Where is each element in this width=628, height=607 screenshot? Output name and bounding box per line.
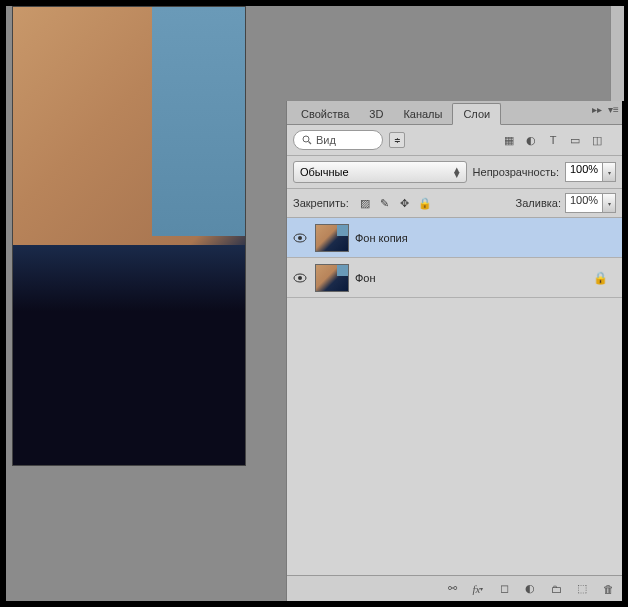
delete-layer-icon[interactable]: 🗑	[600, 581, 616, 597]
layer-thumbnail[interactable]	[315, 264, 349, 292]
collapse-icon[interactable]: ▸▸	[590, 104, 603, 115]
tab-3d[interactable]: 3D	[359, 104, 393, 124]
svg-point-3	[298, 236, 302, 240]
svg-point-0	[303, 136, 309, 142]
fill-slider-icon[interactable]: ▾	[603, 193, 616, 213]
blend-mode-value: Обычные	[300, 166, 349, 178]
canvas-area[interactable]	[6, 6, 258, 601]
filter-pixel-icon[interactable]: ▦	[502, 133, 516, 147]
layer-filter-row: Вид ≑ ▦ ◐ T ▭ ◫	[287, 125, 622, 156]
new-layer-icon[interactable]: ⬚	[574, 581, 590, 597]
panel-menu-icon[interactable]: ▾≡	[607, 104, 620, 115]
layers-list[interactable]: Фон копия Фон 🔒	[287, 218, 622, 575]
tab-properties[interactable]: Свойства	[291, 104, 359, 124]
layer-mask-icon[interactable]: ◻	[496, 581, 512, 597]
document-image[interactable]	[12, 6, 246, 466]
lock-row: Закрепить: ▨ ✎ ✥ 🔒 Заливка: 100% ▾	[287, 189, 622, 218]
svg-point-5	[298, 276, 302, 280]
filter-type-icon[interactable]: T	[546, 133, 560, 147]
opacity-label: Непрозрачность:	[473, 166, 559, 178]
fill-input[interactable]: 100%	[565, 193, 603, 213]
panel-footer: ⚯ fx▾ ◻ ◐ 🗀 ⬚ 🗑	[287, 575, 622, 601]
lock-all-icon[interactable]: 🔒	[418, 196, 432, 210]
filter-adjustment-icon[interactable]: ◐	[524, 133, 538, 147]
chevron-updown-icon: ▴▾	[454, 167, 460, 177]
layer-name[interactable]: Фон копия	[355, 232, 408, 244]
group-icon[interactable]: 🗀	[548, 581, 564, 597]
lock-pixels-icon[interactable]: ✎	[378, 196, 392, 210]
opacity-input[interactable]: 100%	[565, 162, 603, 182]
filter-type-select[interactable]: Вид	[293, 130, 383, 150]
layers-panel: Свойства 3D Каналы Слои ▸▸ ▾≡ Вид ≑ ▦ ◐ …	[286, 101, 622, 601]
adjustment-layer-icon[interactable]: ◐	[522, 581, 538, 597]
svg-line-1	[309, 142, 312, 145]
eye-icon	[293, 233, 307, 243]
layer-thumbnail[interactable]	[315, 224, 349, 252]
lock-label: Закрепить:	[293, 197, 349, 209]
scrollbar-vertical[interactable]	[610, 6, 624, 101]
blend-mode-select[interactable]: Обычные ▴▾	[293, 161, 467, 183]
lock-transparency-icon[interactable]: ▨	[358, 196, 372, 210]
layer-row[interactable]: Фон копия	[287, 218, 622, 258]
visibility-toggle[interactable]	[291, 229, 309, 247]
tab-channels[interactable]: Каналы	[393, 104, 452, 124]
lock-icon: 🔒	[593, 271, 608, 285]
lock-position-icon[interactable]: ✥	[398, 196, 412, 210]
filter-shape-icon[interactable]: ▭	[568, 133, 582, 147]
panel-tabs: Свойства 3D Каналы Слои ▸▸ ▾≡	[287, 101, 622, 125]
layer-style-icon[interactable]: fx▾	[470, 581, 486, 597]
layer-row[interactable]: Фон 🔒	[287, 258, 622, 298]
opacity-slider-icon[interactable]: ▾	[603, 162, 616, 182]
layer-name[interactable]: Фон	[355, 272, 376, 284]
fill-label: Заливка:	[516, 197, 561, 209]
filter-smartobj-icon[interactable]: ◫	[590, 133, 604, 147]
blend-row: Обычные ▴▾ Непрозрачность: 100% ▾	[287, 156, 622, 189]
link-layers-icon[interactable]: ⚯	[444, 581, 460, 597]
eye-icon	[293, 273, 307, 283]
filter-label: Вид	[316, 134, 336, 146]
visibility-toggle[interactable]	[291, 269, 309, 287]
tab-layers[interactable]: Слои	[452, 103, 501, 125]
search-icon	[302, 135, 312, 145]
filter-dropdown-icon[interactable]: ≑	[389, 132, 405, 148]
